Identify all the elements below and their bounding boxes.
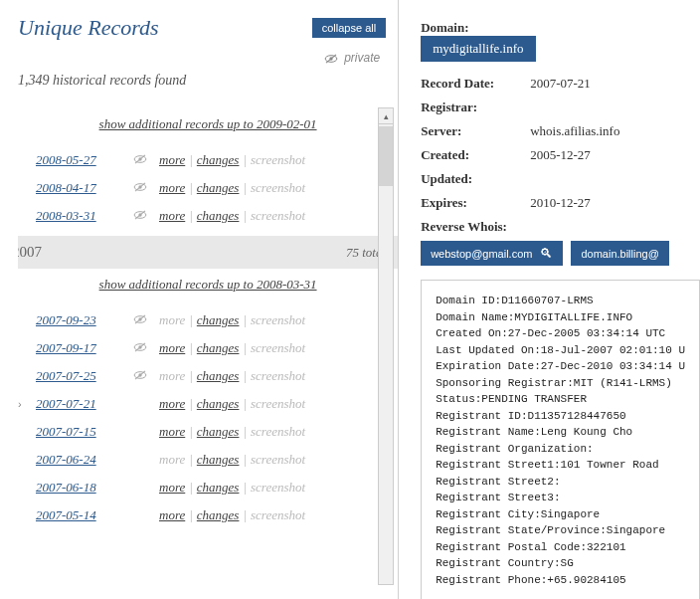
eye-slash-icon [133,341,147,351]
changes-link[interactable]: changes [197,396,240,411]
field-label: Server: [421,123,530,139]
detail-field: Server:whois.afilias.info [421,123,700,139]
detail-field: Created:2005-12-27 [421,147,700,163]
records-list: show additional records up to 2009-02-01… [18,108,398,599]
record-row: 2008-04-17more|changes|screenshot [18,174,398,202]
record-actions: more|changes|screenshot [159,452,305,468]
more-link[interactable]: more [159,507,185,522]
field-label: Updated: [421,171,530,187]
more-link[interactable]: more [159,396,185,411]
record-date-link[interactable]: 2007-07-21 [36,396,125,412]
field-label: Expires: [421,195,530,211]
reverse-whois-label: Reverse Whois: [421,219,530,235]
privacy-icon-col [133,313,151,327]
collapse-all-button[interactable]: collapse all [312,18,386,38]
scrollbar[interactable]: ▴ [378,107,394,585]
record-actions: more|changes|screenshot [159,368,305,384]
scroll-thumb[interactable] [379,126,393,186]
page-title: Unique Records [18,15,159,41]
record-actions: more|changes|screenshot [159,480,305,496]
changes-link[interactable]: changes [197,507,240,522]
detail-field: Registrar: [421,100,700,115]
record-row: 2007-09-17more|changes|screenshot [18,334,398,362]
record-actions: more|changes|screenshot [159,424,305,440]
privacy-icon-col [133,181,151,195]
record-actions: more|changes|screenshot [159,340,305,356]
more-link: more [159,368,185,383]
screenshot-link: screenshot [251,180,305,195]
changes-link[interactable]: changes [197,180,240,195]
whois-raw-text: Domain ID:D11660707-LRMS Domain Name:MYD… [421,280,700,599]
screenshot-link: screenshot [251,368,305,383]
more-link: more [159,312,185,327]
screenshot-link: screenshot [251,312,305,327]
screenshot-link: screenshot [251,452,305,467]
changes-link[interactable]: changes [197,208,240,223]
screenshot-link: screenshot [251,480,305,495]
field-label: Registrar: [421,100,530,115]
changes-link[interactable]: changes [197,340,240,355]
record-row: 2007-07-25more|changes|screenshot [18,362,398,390]
detail-field: Record Date:2007-07-21 [421,76,700,92]
changes-link[interactable]: changes [197,312,240,327]
more-link[interactable]: more [159,208,185,223]
record-date-link[interactable]: 2007-09-17 [36,340,125,356]
record-row: 2008-05-27more|changes|screenshot [18,146,398,174]
reverse-whois-button[interactable]: domain.billing@ [571,241,668,266]
detail-panel: Domain: mydigitallife.info Record Date:2… [399,0,700,599]
show-additional-link[interactable]: show additional records up to 2009-02-01 [18,116,398,132]
records-panel: Unique Records collapse all private 1,34… [0,0,399,599]
screenshot-link: screenshot [251,152,305,167]
private-label: private [344,51,380,65]
field-value: 2007-07-21 [530,76,591,92]
more-link[interactable]: more [159,152,185,167]
record-date-link[interactable]: 2007-07-15 [36,424,125,440]
screenshot-link: screenshot [251,208,305,223]
field-value: 2005-12-27 [530,147,591,163]
record-date-link[interactable]: 2007-07-25 [36,368,125,384]
record-date-link[interactable]: 2008-03-31 [36,208,125,224]
record-actions: more|changes|screenshot [159,396,305,412]
field-value: whois.afilias.info [530,123,619,139]
screenshot-link: screenshot [251,340,305,355]
more-link[interactable]: more [159,424,185,439]
record-row: 2007-06-24more|changes|screenshot [18,446,398,474]
reverse-whois-label: webstop@gmail.com [431,248,532,260]
show-additional-link[interactable]: show additional records up to 2008-03-31 [18,277,398,293]
record-date-link[interactable]: 2008-04-17 [36,180,125,196]
more-link[interactable]: more [159,180,185,195]
changes-link[interactable]: changes [197,368,240,383]
record-date-link[interactable]: 2007-06-18 [36,480,125,496]
reverse-whois-button[interactable]: webstop@gmail.com🔍︎ [421,241,563,266]
eye-slash-icon [133,313,147,323]
reverse-whois-label: domain.billing@ [581,248,658,260]
scroll-up-button[interactable]: ▴ [379,108,393,124]
detail-field: Updated: [421,171,700,187]
privacy-icon-col [133,369,151,383]
year-label: 2007 [18,244,42,261]
more-link: more [159,452,185,467]
detail-field: Expires:2010-12-27 [421,195,700,211]
record-date-link[interactable]: 2007-05-14 [36,507,125,523]
more-link[interactable]: more [159,340,185,355]
record-date-link[interactable]: 2007-09-23 [36,312,125,328]
record-date-link[interactable]: 2008-05-27 [36,152,125,168]
domain-tag[interactable]: mydigitallife.info [421,36,535,62]
changes-link[interactable]: changes [197,480,240,495]
more-link[interactable]: more [159,480,185,495]
record-row: 2007-09-23more|changes|screenshot [18,306,398,334]
record-row: 2008-03-31more|changes|screenshot [18,202,398,230]
changes-link[interactable]: changes [197,424,240,439]
privacy-icon-col [133,153,151,167]
field-label: Created: [421,147,530,163]
changes-link[interactable]: changes [197,452,240,467]
privacy-icon-col [133,341,151,355]
privacy-icon-col [133,209,151,223]
record-actions: more|changes|screenshot [159,507,305,523]
screenshot-link: screenshot [251,507,305,522]
eye-slash-icon [133,209,147,219]
changes-link[interactable]: changes [197,152,240,167]
eye-slash-icon [133,369,147,379]
record-date-link[interactable]: 2007-06-24 [36,452,125,468]
eye-slash-icon [133,153,147,163]
